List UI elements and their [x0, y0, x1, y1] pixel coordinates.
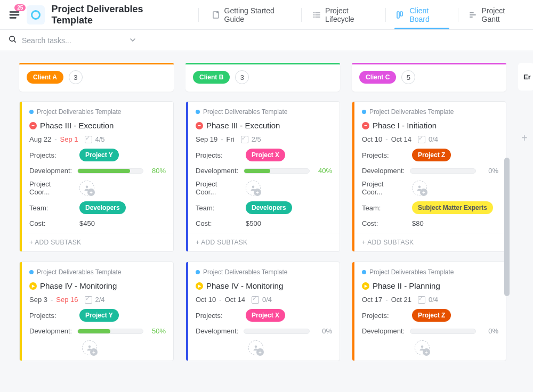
assignee-add[interactable]: + — [82, 340, 97, 355]
start-date[interactable]: Sep 19 — [196, 135, 217, 143]
cost-row: Cost:$500 — [196, 219, 332, 227]
progress-bar[interactable] — [77, 168, 143, 174]
phase-status-icon: ▸ — [29, 282, 37, 290]
end-date[interactable]: Oct 14 — [391, 135, 411, 143]
field-label: Project Coor... — [29, 180, 73, 196]
phase-status-icon: – — [196, 122, 203, 129]
nav-lifecycle[interactable]: Project Lifecycle — [307, 0, 380, 29]
progress-bar[interactable] — [244, 329, 310, 334]
end-date[interactable]: Oct 14 — [225, 296, 245, 304]
column-header[interactable]: Client C5 — [352, 63, 506, 92]
card-title[interactable]: Phase II - Planning — [373, 281, 440, 290]
checklist-icon[interactable] — [418, 136, 425, 143]
add-subtask-button[interactable]: + ADD SUBTASK — [22, 233, 173, 251]
start-date[interactable]: Oct 10 — [196, 296, 216, 304]
card-dates: Oct 17-Oct 210/4 — [362, 296, 498, 304]
nav-links: Getting Started Guide Project Lifecycle … — [206, 0, 527, 29]
project-tag[interactable]: Project X — [246, 149, 285, 161]
team-row: Team:Subject Matter Experts — [362, 201, 498, 214]
coordinator-row: Project Coor...+ — [362, 180, 498, 196]
assignee-add[interactable]: + — [246, 181, 261, 195]
projects-row: Projects:Project Y — [29, 309, 166, 322]
column-header[interactable]: Er — [518, 63, 533, 91]
development-row: Development:50% — [29, 327, 166, 335]
crumb-text: Project Deliverables Template — [203, 268, 288, 276]
add-subtask-button[interactable]: + ADD SUBTASK — [188, 233, 340, 251]
progress-bar[interactable] — [244, 168, 310, 174]
add-subtask-button[interactable]: + ADD SUBTASK — [354, 233, 506, 251]
card-title[interactable]: Phase III - Execution — [206, 121, 280, 130]
start-date[interactable]: Aug 22 — [29, 135, 51, 143]
project-tag[interactable]: Project Z — [412, 149, 451, 161]
card-title[interactable]: Phase IV - Monitoring — [206, 281, 283, 290]
progress-percent: 0% — [480, 167, 498, 175]
column-header[interactable]: Client B3 — [185, 63, 340, 92]
checklist-icon[interactable] — [418, 296, 425, 304]
column-header[interactable]: Client A3 — [19, 63, 174, 92]
task-card[interactable]: Project Deliverables Template –Phase III… — [185, 101, 340, 252]
team-row: Team:Developers — [29, 201, 166, 214]
checklist-icon[interactable] — [241, 136, 248, 143]
plus-icon: + — [256, 348, 264, 356]
search-input[interactable] — [22, 36, 118, 45]
card-title[interactable]: Phase IV - Monitoring — [40, 281, 117, 290]
project-tag[interactable]: Project Y — [79, 309, 119, 322]
card-title-row: ▸Phase IV - Monitoring — [29, 281, 166, 290]
assignee-add[interactable]: + — [79, 181, 94, 195]
team-tag[interactable]: Developers — [79, 201, 126, 214]
checklist-count: 4/5 — [95, 135, 105, 143]
top-bar: 25 Project Deliverables Template Getting… — [0, 0, 533, 30]
nav-client-board[interactable]: Client Board — [391, 0, 452, 29]
checklist-icon[interactable] — [85, 136, 92, 143]
end-date[interactable]: Oct 21 — [391, 296, 411, 304]
hamburger-menu[interactable]: 25 — [6, 6, 22, 23]
end-date[interactable]: Sep 1 — [60, 135, 78, 143]
progress-bar[interactable] — [77, 329, 143, 334]
search-bar — [0, 30, 533, 51]
doc-pin-icon — [212, 11, 220, 19]
projects-row: Projects:Project X — [196, 309, 332, 322]
projects-row: Projects:Project Y — [29, 149, 166, 161]
nav-label: Project Gantt — [482, 6, 522, 23]
task-card[interactable]: Project Deliverables Template ▸Phase IV … — [19, 262, 174, 361]
checklist-icon[interactable] — [85, 296, 92, 304]
app-logo[interactable] — [27, 5, 45, 24]
status-dot-icon — [196, 270, 200, 274]
add-card-button[interactable]: + — [518, 132, 533, 144]
chevron-down-icon[interactable] — [130, 36, 136, 45]
card-title[interactable]: Phase I - Initiation — [373, 121, 437, 130]
assignee-add[interactable]: + — [415, 340, 430, 355]
start-date[interactable]: Oct 17 — [362, 296, 382, 304]
assignee-add[interactable]: + — [248, 340, 263, 355]
nav-getting-started[interactable]: Getting Started Guide — [206, 0, 296, 29]
cost-value: $500 — [246, 219, 261, 227]
card-title-row: ▸Phase II - Planning — [362, 281, 498, 290]
nav-gantt[interactable]: Project Gantt — [464, 0, 527, 29]
start-date[interactable]: Oct 10 — [362, 135, 382, 143]
assignee-add[interactable]: + — [412, 181, 427, 195]
start-date[interactable]: Sep 3 — [29, 296, 47, 304]
project-tag[interactable]: Project Z — [412, 309, 451, 322]
card-title[interactable]: Phase III - Execution — [40, 121, 114, 130]
task-card[interactable]: Project Deliverables Template –Phase I -… — [352, 101, 506, 252]
project-tag[interactable]: Project X — [246, 309, 285, 322]
card-breadcrumb: Project Deliverables Template — [196, 268, 332, 276]
task-card[interactable]: Project Deliverables Template ▸Phase II … — [352, 262, 506, 361]
progress-bar[interactable] — [410, 329, 476, 334]
team-tag[interactable]: Subject Matter Experts — [412, 201, 493, 214]
scrollbar-thumb[interactable] — [504, 158, 510, 296]
project-tag[interactable]: Project Y — [79, 149, 119, 161]
end-date[interactable]: Fri — [227, 135, 235, 143]
card-breadcrumb: Project Deliverables Template — [29, 108, 166, 116]
progress-bar[interactable] — [410, 168, 476, 174]
end-date[interactable]: Sep 16 — [56, 296, 78, 304]
status-dot-icon — [29, 110, 34, 114]
checklist-icon[interactable] — [252, 296, 259, 304]
coordinator-row: + — [19, 340, 166, 355]
card-dates: Sep 3-Sep 162/4 — [29, 296, 166, 304]
team-tag[interactable]: Developers — [246, 201, 292, 214]
field-label: Projects: — [29, 151, 73, 159]
task-card[interactable]: Project Deliverables Template –Phase III… — [19, 101, 174, 252]
field-label: Team: — [196, 204, 239, 212]
task-card[interactable]: Project Deliverables Template ▸Phase IV … — [185, 262, 340, 361]
